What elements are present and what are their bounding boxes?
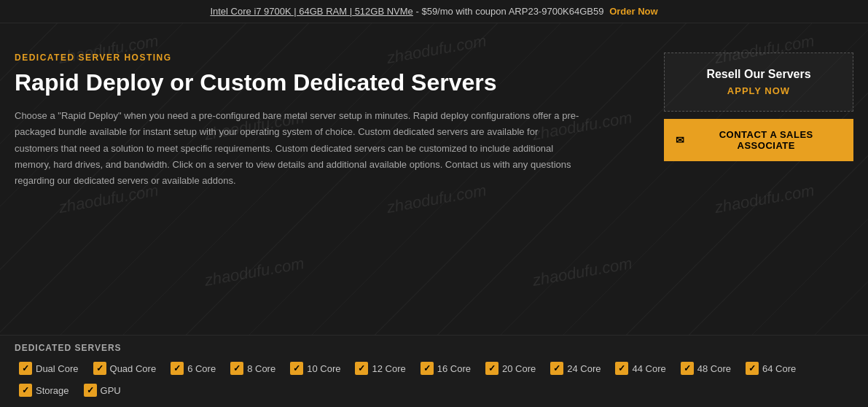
announcement-bar: Intel Core i7 9700K | 64GB RAM | 512GB N… — [0, 0, 868, 23]
checkbox-icon — [84, 384, 97, 397]
filter-chip-label: 48 Core — [697, 363, 731, 374]
checkbox-icon — [550, 362, 563, 375]
resell-box: Resell Our Servers APPLY NOW — [664, 53, 853, 112]
page-description: Choose a "Rapid Deploy" when you need a … — [15, 108, 583, 188]
filter-chip-10-core[interactable]: 10 Core — [286, 359, 351, 378]
filter-chip-label: 64 Core — [762, 363, 796, 374]
checkbox-icon — [290, 362, 303, 375]
envelope-icon: ✉ — [676, 134, 685, 146]
filter-chip-label: 12 Core — [372, 363, 405, 374]
filter-chip-label: Dual Core — [36, 363, 79, 374]
filter-chip-dual-core[interactable]: Dual Core — [15, 359, 89, 378]
filter-chip-44-core[interactable]: 44 Core — [611, 359, 676, 378]
left-panel: DEDICATED SERVER HOSTING Rapid Deploy or… — [15, 53, 649, 189]
filter-chip-quad-core[interactable]: Quad Core — [89, 359, 167, 378]
filter-chip-label: 10 Core — [307, 363, 340, 374]
filter-chip-label: 6 Core — [187, 363, 216, 374]
checkbox-icon — [746, 362, 759, 375]
filter-chip-label: Storage — [36, 385, 69, 396]
watermark-10: zhaodufu.com — [531, 254, 634, 290]
filter-chip-label: GPU — [101, 385, 121, 396]
checkbox-icon — [615, 362, 628, 375]
checkbox-icon — [485, 362, 498, 375]
right-panel: Resell Our Servers APPLY NOW ✉ CONTACT A… — [664, 53, 853, 189]
filter-chip-label: 20 Core — [502, 363, 536, 374]
apply-now-link[interactable]: APPLY NOW — [679, 85, 838, 96]
filter-chip-6-core[interactable]: 6 Core — [166, 359, 226, 378]
section-label: DEDICATED SERVER HOSTING — [15, 53, 649, 63]
filter-chip-12-core[interactable]: 12 Core — [351, 359, 415, 378]
filter-chip-64-core[interactable]: 64 Core — [741, 359, 806, 378]
filter-chip-20-core[interactable]: 20 Core — [481, 359, 546, 378]
filter-chip-label: 44 Core — [632, 363, 665, 374]
filter-chip-16-core[interactable]: 16 Core — [416, 359, 481, 378]
filter-chip-48-core[interactable]: 48 Core — [676, 359, 741, 378]
filter-chip-storage[interactable]: Storage — [15, 381, 79, 400]
main-content: DEDICATED SERVER HOSTING Rapid Deploy or… — [0, 23, 868, 204]
filter-chip-gpu[interactable]: GPU — [79, 381, 131, 400]
filter-chip-label: 24 Core — [567, 363, 601, 374]
filter-chip-label: Quad Core — [110, 363, 157, 374]
checkbox-icon — [171, 362, 184, 375]
checkbox-icon — [421, 362, 434, 375]
announcement-price: - $59/mo with coupon ARP23-9700K64GB59 — [415, 6, 603, 17]
filter-label: DEDICATED SERVERS — [15, 343, 853, 353]
filter-chip-8-core[interactable]: 8 Core — [226, 359, 286, 378]
filter-chip-label: 8 Core — [247, 363, 275, 374]
order-now-link[interactable]: Order Now — [609, 6, 657, 17]
filter-chip-24-core[interactable]: 24 Core — [546, 359, 611, 378]
contact-sales-button[interactable]: ✉ CONTACT A SALES ASSOCIATE — [664, 119, 853, 161]
filter-section: DEDICATED SERVERS Dual CoreQuad Core6 Co… — [0, 335, 868, 407]
checkbox-icon — [19, 384, 32, 397]
filter-chip-label: 16 Core — [437, 363, 471, 374]
checkbox-icon — [19, 362, 32, 375]
resell-title: Resell Our Servers — [679, 68, 838, 81]
page-title: Rapid Deploy or Custom Dedicated Servers — [15, 69, 649, 96]
checkbox-icon — [355, 362, 368, 375]
checkbox-icon — [230, 362, 243, 375]
checkbox-icon — [681, 362, 694, 375]
contact-button-label: CONTACT A SALES ASSOCIATE — [691, 129, 842, 151]
filter-chips: Dual CoreQuad Core6 Core8 Core10 Core12 … — [15, 359, 853, 400]
announcement-link[interactable]: Intel Core i7 9700K | 64GB RAM | 512GB N… — [210, 6, 413, 17]
checkbox-icon — [93, 362, 106, 375]
watermark-9: zhaodufu.com — [203, 254, 306, 290]
